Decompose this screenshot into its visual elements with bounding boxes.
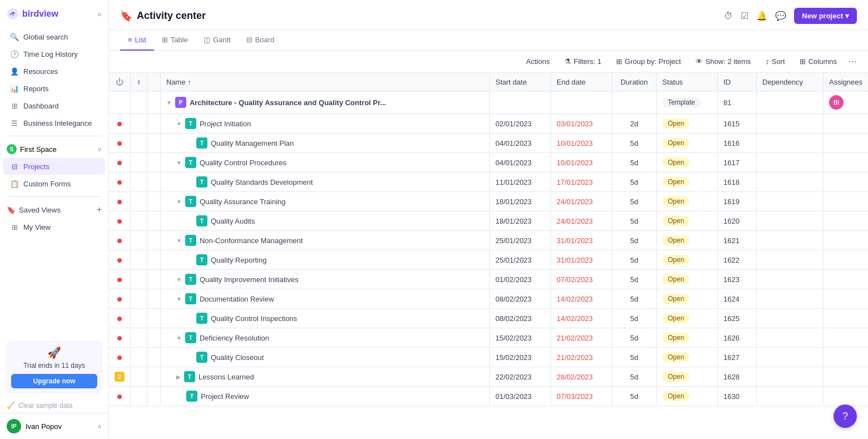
sidebar-collapse-button[interactable]: « [97, 9, 102, 18]
row-assignees [824, 289, 868, 309]
trial-icon: 🚀 [11, 346, 97, 359]
group-by-button[interactable]: ⊞ Group by: Project [613, 55, 685, 68]
row-duration: 5d [612, 172, 657, 192]
collapse-all-icon: ⬆ [136, 79, 141, 86]
status-badge: Open [662, 216, 690, 226]
table-row: TQuality Reporting25/01/202331/01/20235d… [109, 250, 868, 270]
row-expand-chevron-icon[interactable]: ▶ [176, 374, 181, 380]
th-dependency[interactable]: Dependency [757, 73, 824, 91]
row-end-date: 31/01/2023 [551, 250, 612, 270]
row-expand-chevron-icon[interactable]: ▼ [166, 100, 172, 106]
table-row: TQuality Closeout15/02/202321/02/20235dO… [109, 348, 868, 367]
add-view-button[interactable]: + [97, 205, 102, 215]
row-id: 1628 [718, 367, 757, 387]
columns-button[interactable]: ⊞ Columns [796, 55, 840, 68]
chat-icon-button[interactable]: 💬 [775, 11, 786, 21]
row-start-date: 02/01/2023 [490, 114, 551, 134]
th-assignees[interactable]: Assignees [824, 73, 868, 91]
row-dependency [757, 250, 824, 270]
sidebar-item-business-intelligence[interactable]: ☰ Business Intelegance [3, 115, 105, 131]
logo: birdview [7, 8, 58, 20]
tab-gantt[interactable]: ◫ Gantt [196, 30, 239, 51]
th-name[interactable]: Name ↑ [161, 73, 490, 91]
tab-table[interactable]: ⊞ Table [154, 30, 196, 51]
row-expand-chevron-icon[interactable]: ▼ [176, 277, 182, 283]
row-duration: 5d [612, 348, 657, 367]
workspace-header[interactable]: S First Space ∨ [0, 141, 108, 157]
checklist-icon-button[interactable]: ☑ [741, 11, 748, 21]
row-end-date: 14/02/2023 [551, 309, 612, 328]
sort-button[interactable]: ↕ Sort [762, 55, 788, 68]
sidebar-item-label: My View [23, 223, 51, 231]
th-status[interactable]: Status [657, 73, 718, 91]
sidebar-item-time-log[interactable]: 🕐 Time Log History [3, 46, 105, 62]
columns-icon: ⊞ [800, 57, 806, 66]
power-icon: ⏻ [116, 77, 123, 86]
actions-button[interactable]: Actions [523, 55, 553, 68]
sidebar-item-reports[interactable]: 📊 Reports [3, 80, 105, 97]
row-expand [147, 134, 161, 153]
row-indicator [109, 387, 131, 406]
row-end-date: 31/01/2023 [551, 231, 612, 250]
table-row: TProject Review01/03/202307/03/20235dOpe… [109, 387, 868, 406]
tab-list[interactable]: ≡ List [120, 30, 154, 51]
filters-button[interactable]: ⚗ Filters: 1 [561, 55, 605, 68]
red-dot-icon [117, 394, 122, 399]
status-badge: Open [662, 138, 690, 148]
sidebar-item-projects[interactable]: ⊟ Projects [3, 158, 105, 175]
sidebar-item-global-search[interactable]: 🔍 Global search [3, 28, 105, 45]
row-expand-chevron-icon[interactable]: ▼ [176, 160, 182, 166]
row-indicator [109, 114, 131, 134]
sidebar-item-my-view[interactable]: ⊞ My View [3, 219, 105, 235]
status-badge: Open [662, 255, 690, 265]
row-status: Open [657, 172, 718, 192]
red-dot-icon [117, 180, 122, 185]
row-id: 1616 [718, 134, 757, 153]
new-project-button[interactable]: New project ▾ [794, 8, 857, 24]
row-name-cell: ▼TQuality Improvement Initiatives [161, 270, 490, 289]
row-end-date: 07/02/2023 [551, 270, 612, 289]
row-indicator [109, 289, 131, 309]
task-type-icon: T [196, 137, 207, 149]
row-expand [147, 153, 161, 172]
tab-label: Gantt [213, 36, 231, 44]
tab-board[interactable]: ⊟ Board [239, 30, 282, 51]
row-toggle [131, 114, 147, 134]
table-row: TQuality Management Plan04/01/202310/01/… [109, 134, 868, 153]
row-expand-chevron-icon[interactable]: ▼ [176, 121, 182, 127]
th-id[interactable]: ID [718, 73, 757, 91]
row-expand-chevron-icon[interactable]: ▼ [176, 238, 182, 244]
help-button[interactable]: ? [834, 405, 857, 428]
user-footer[interactable]: IP Ivan Popov ∧ [0, 413, 108, 439]
sidebar-item-custom-forms[interactable]: 📋 Custom Forms [3, 175, 105, 192]
saved-views-header[interactable]: 🔖 Saved Views + [0, 201, 108, 218]
row-expand-chevron-icon[interactable]: ▼ [176, 199, 182, 205]
row-start-date: 01/02/2023 [490, 270, 551, 289]
th-start-date[interactable]: Start date [490, 73, 551, 91]
clear-sample-data-button[interactable]: 🧹 Clear sample data [0, 398, 108, 413]
task-type-icon: T [196, 352, 207, 363]
th-collapse-all[interactable]: ⬆ [131, 73, 147, 91]
row-expand-chevron-icon[interactable]: ▼ [176, 335, 182, 341]
upgrade-now-button[interactable]: Upgrade now [11, 374, 97, 388]
row-expand-chevron-icon[interactable]: ▼ [176, 296, 182, 302]
task-name: Quality Control Inspections [211, 314, 297, 323]
status-badge: Open [662, 157, 690, 167]
row-name-cell: ▼TNon-Conformance Management [161, 231, 490, 250]
th-duration[interactable]: Duration [612, 73, 657, 91]
row-start-date: 08/02/2023 [490, 309, 551, 328]
row-status: Template [657, 91, 718, 114]
toolbar-more-button[interactable]: ⋯ [848, 56, 857, 67]
row-name-cell: TProject Review [161, 387, 490, 406]
user-chevron-icon: ∧ [97, 423, 102, 430]
th-end-date[interactable]: End date [551, 73, 612, 91]
row-expand [147, 309, 161, 328]
row-expand [147, 114, 161, 134]
sidebar-item-dashboard[interactable]: ⊞ Dashboard [3, 97, 105, 114]
bell-icon-button[interactable]: 🔔 [756, 11, 767, 21]
sidebar-item-resources[interactable]: 👤 Resources [3, 63, 105, 80]
timer-icon-button[interactable]: ⏱ [724, 11, 733, 21]
row-start-date: 08/02/2023 [490, 289, 551, 309]
show-button[interactable]: 👁 Show: 2 items [692, 55, 755, 68]
row-id: 1618 [718, 172, 757, 192]
